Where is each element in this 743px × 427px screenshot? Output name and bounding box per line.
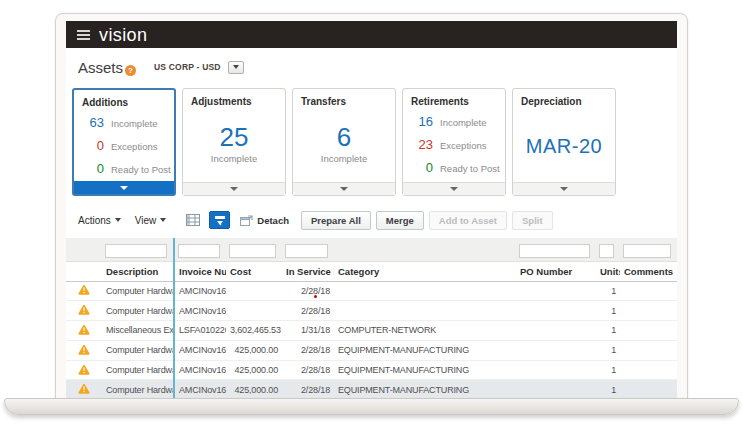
tile-expand-toggle[interactable]	[183, 182, 285, 195]
view-menu-label: View	[135, 215, 157, 226]
stat-row: 23 Exceptions	[407, 137, 505, 153]
stat-value: 0	[78, 161, 104, 176]
tile-adjustments[interactable]: Adjustments 25 Incomplete	[182, 88, 286, 196]
tile-big-value: 6	[293, 123, 395, 151]
chevron-down-icon	[160, 218, 166, 222]
tile-big-value: MAR-20	[513, 132, 615, 160]
cell-units: 1	[596, 301, 620, 321]
stat-label: Exceptions	[111, 141, 157, 152]
query-by-example-icon[interactable]	[209, 211, 230, 229]
cell-invoice-number: AMCINov1604	[174, 281, 226, 301]
tile-title: Depreciation	[513, 89, 615, 107]
table-toolbar: Actions View Detach Prepare AllMergeAdd …	[66, 205, 677, 235]
comments-column-header[interactable]: Comments	[620, 261, 677, 281]
tile-caption: Incomplete	[183, 153, 285, 164]
filter-units-input[interactable]	[599, 244, 614, 258]
tile-expand-toggle[interactable]	[74, 181, 174, 194]
detach-label: Detach	[257, 215, 289, 226]
units-column-header[interactable]: Units	[596, 261, 620, 281]
header-row: DescriptionInvoice NumberCostIn Service …	[66, 261, 677, 281]
cell-units: 1	[596, 281, 620, 301]
tile-retirements[interactable]: Retirements 16 Incomplete 23 Exceptions …	[402, 88, 506, 196]
tile-expand-toggle[interactable]	[293, 182, 395, 195]
cell-description: Computer Hardware	[102, 301, 174, 321]
cell-category	[334, 301, 516, 321]
detach-button[interactable]: Detach	[240, 215, 289, 226]
row-status-cell	[66, 321, 102, 341]
filter-comments-input[interactable]	[623, 244, 671, 258]
table-row[interactable]: Miscellaneous Ex...LSFA010220143,602,465…	[66, 321, 677, 341]
filter-cell	[66, 238, 102, 261]
filter-in-service-date-input[interactable]	[285, 244, 328, 258]
tile-title: Transfers	[293, 89, 395, 107]
cell-comments	[620, 281, 677, 301]
row-status-cell	[66, 281, 102, 301]
help-icon[interactable]: ?	[125, 65, 136, 76]
tile-additions[interactable]: Additions 63 Incomplete 0 Exceptions 0 R…	[72, 88, 176, 196]
table-row[interactable]: Computer HardwareAMCINov1604425,000.002/…	[66, 380, 677, 400]
stat-value: 0	[78, 138, 104, 153]
view-menu[interactable]: View	[135, 215, 167, 226]
cell-comments	[620, 340, 677, 360]
prepare-all-button[interactable]: Prepare All	[301, 211, 371, 230]
cell-po-number	[516, 281, 596, 301]
filter-po-number-input[interactable]	[519, 244, 590, 258]
cell-in-service-date: 2/28/18	[282, 360, 334, 380]
table-row[interactable]: Computer HardwareAMCINov1604425,000.002/…	[66, 360, 677, 380]
cell-comments	[620, 380, 677, 400]
description-column-header[interactable]: Description	[102, 261, 174, 281]
chevron-down-icon	[560, 187, 568, 191]
filter-cell	[596, 238, 620, 261]
po-number-column-header[interactable]: PO Number	[516, 261, 596, 281]
laptop-bezel: vision Assets ? US CORP - USD Additions …	[55, 13, 688, 400]
assets-table-region: DescriptionInvoice NumberCostIn Service …	[66, 238, 677, 400]
cell-in-service-date: 2/28/18	[282, 380, 334, 400]
freeze-columns-icon[interactable]	[186, 214, 200, 226]
tile-transfers[interactable]: Transfers 6 Incomplete	[292, 88, 396, 196]
filter-invoice-number-input[interactable]	[178, 244, 220, 258]
actions-menu-label: Actions	[78, 215, 111, 226]
cell-comments	[620, 360, 677, 380]
grid-body: Computer HardwareAMCINov16042/28/181Comp…	[66, 281, 677, 400]
chevron-down-icon	[450, 187, 458, 191]
merge-button[interactable]: Merge	[376, 211, 424, 230]
tile-caption: Incomplete	[293, 153, 395, 164]
table-row[interactable]: Computer HardwareAMCINov16042/28/181	[66, 281, 677, 301]
in-service-date-column-header[interactable]: In Service Date	[282, 261, 334, 281]
cell-in-service-date: 1/31/18	[282, 321, 334, 341]
stat-label: Incomplete	[440, 117, 486, 128]
cell-cost: 425,000.00	[226, 360, 282, 380]
context-dropdown-button[interactable]	[228, 61, 244, 74]
cell-description: Miscellaneous Ex...	[102, 321, 174, 341]
row-status-cell	[66, 340, 102, 360]
menu-icon[interactable]	[77, 30, 90, 40]
infotile-bar: Additions 63 Incomplete 0 Exceptions 0 R…	[72, 88, 616, 196]
tile-expand-toggle[interactable]	[403, 182, 505, 195]
laptop-base	[4, 398, 739, 415]
category-column-header[interactable]: Category	[334, 261, 516, 281]
filter-cost-input[interactable]	[229, 244, 276, 258]
warning-icon	[78, 383, 90, 394]
row-status-cell	[66, 301, 102, 321]
filter-description-input[interactable]	[105, 244, 167, 258]
row-status-column-header	[66, 261, 102, 281]
laptop-mockup: vision Assets ? US CORP - USD Additions …	[0, 0, 743, 427]
detach-icon	[240, 215, 253, 226]
tile-big-value: 25	[183, 123, 285, 151]
stat-value: 0	[407, 160, 433, 175]
actions-menu[interactable]: Actions	[78, 215, 121, 226]
cost-column-header[interactable]: Cost	[226, 261, 282, 281]
warning-icon	[78, 284, 90, 295]
stat-label: Ready to Post	[111, 164, 171, 175]
table-row[interactable]: Computer HardwareAMCINov16042/28/181	[66, 301, 677, 321]
invoice-number-column-header[interactable]: Invoice Number	[174, 261, 226, 281]
stat-row: 16 Incomplete	[407, 114, 505, 130]
warning-icon	[78, 304, 90, 315]
tile-depreciation[interactable]: Depreciation MAR-20	[512, 88, 616, 196]
table-row[interactable]: Computer HardwareAMCINov1604425,000.002/…	[66, 340, 677, 360]
filter-cell	[226, 238, 282, 261]
cell-in-service-date: 2/28/18	[282, 301, 334, 321]
tile-expand-toggle[interactable]	[513, 182, 615, 195]
cell-comments	[620, 321, 677, 341]
stat-row: 0 Exceptions	[78, 138, 174, 154]
